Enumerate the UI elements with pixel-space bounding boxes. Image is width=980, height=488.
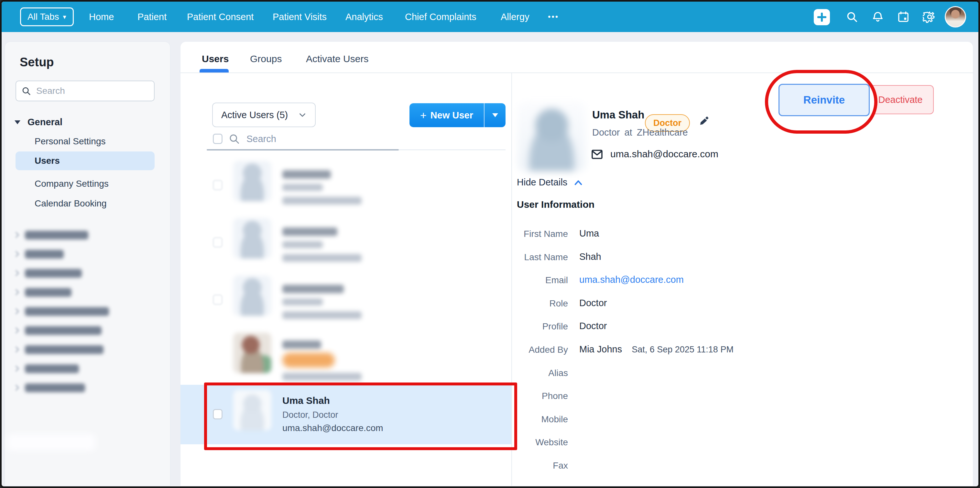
chevron-down-icon: ▾: [63, 13, 66, 21]
blurred-name: [282, 285, 344, 293]
sidebar-item-blurred[interactable]: [5, 344, 171, 357]
profile-subtitle: Doctor at ZHealthcare: [592, 127, 688, 138]
deactivate-button[interactable]: Deactivate: [867, 85, 934, 114]
blurred-region: [8, 434, 95, 451]
user-filter-dropdown[interactable]: Active Users (5): [212, 102, 316, 127]
blurred-role: [282, 241, 323, 248]
notifications-bell-icon[interactable]: [870, 2, 886, 32]
field-label: Added By: [430, 344, 568, 355]
setup-sidebar: Setup General Personal Settings Users Co…: [5, 41, 170, 486]
user-list-search-input[interactable]: [246, 133, 362, 145]
user-avatar[interactable]: [945, 6, 966, 27]
avatar: [233, 161, 271, 201]
nav-item-chief-complaints[interactable]: Chief Complaints: [405, 2, 476, 32]
blurred-role: [282, 184, 323, 191]
nav-item-patient[interactable]: Patient: [137, 2, 167, 32]
field-value: Uma: [579, 228, 599, 239]
sidebar-item-blurred[interactable]: [5, 268, 171, 281]
blurred-status-badge: [282, 353, 335, 368]
new-user-split-button: + New User: [409, 103, 506, 127]
sidebar-group-general[interactable]: General: [14, 117, 62, 128]
tab-groups[interactable]: Groups: [250, 53, 282, 64]
active-tab-indicator: [200, 69, 229, 72]
field-label: Last Name: [430, 252, 568, 262]
list-search-row: [213, 133, 362, 145]
field-value: uma.shah@doccare.com: [579, 274, 684, 285]
sidebar-item-blurred[interactable]: [5, 249, 171, 262]
avatar: [233, 333, 271, 373]
profile-name: Uma Shah: [592, 109, 644, 121]
sidebar-item-blurred[interactable]: [5, 364, 171, 377]
nav-item-analytics[interactable]: Analytics: [345, 2, 383, 32]
row-checkbox[interactable]: [213, 180, 223, 190]
blurred-name: [282, 170, 331, 179]
row-checkbox[interactable]: [213, 237, 223, 247]
chevron-expanded-icon: [14, 120, 21, 124]
users-settings-panel: Users Groups Activate Users Active Users…: [180, 41, 973, 486]
new-user-button[interactable]: + New User: [409, 103, 484, 127]
all-tabs-dropdown[interactable]: All Tabs ▾: [20, 8, 74, 26]
select-all-checkbox[interactable]: [213, 134, 223, 144]
row-checkbox[interactable]: [213, 295, 223, 305]
horizontal-scrollbar-track: [399, 150, 506, 150]
field-value: Doctor: [579, 298, 607, 308]
more-tabs-icon[interactable]: •••: [548, 2, 559, 32]
user-name: Uma Shah: [282, 395, 330, 406]
tab-activate-users[interactable]: Activate Users: [306, 53, 368, 64]
top-navigation-bar: All Tabs ▾ Home Patient Patient Consent …: [2, 2, 978, 32]
nav-item-patient-visits[interactable]: Patient Visits: [273, 2, 327, 32]
sidebar-item-users[interactable]: Users: [16, 152, 154, 170]
field-label: Fax: [430, 461, 568, 471]
edit-pencil-icon[interactable]: [697, 115, 711, 129]
horizontal-scrollbar-thumb[interactable]: [207, 149, 399, 150]
section-title-user-information: User Information: [517, 199, 595, 210]
quick-add-button[interactable]: [814, 9, 830, 25]
divider: [180, 72, 974, 73]
sidebar-search-box: [16, 81, 154, 101]
sidebar-item-company-settings[interactable]: Company Settings: [35, 179, 109, 189]
field-value: Shah: [579, 252, 601, 262]
sidebar-title: Setup: [20, 55, 54, 69]
tab-users[interactable]: Users: [202, 53, 229, 64]
all-tabs-label: All Tabs: [27, 12, 59, 22]
app-window: All Tabs ▾ Home Patient Patient Consent …: [0, 0, 980, 488]
profile-email: uma.shah@doccare.com: [610, 148, 718, 159]
field-label: Role: [430, 298, 568, 309]
hide-details-toggle[interactable]: Hide Details: [517, 177, 583, 188]
reinvite-button[interactable]: Reinvite: [778, 84, 870, 116]
search-icon[interactable]: [844, 2, 860, 32]
blurred-email: [282, 197, 361, 204]
nav-item-allergy[interactable]: Allergy: [501, 2, 530, 32]
search-icon: [228, 133, 240, 145]
blurred-email: [282, 254, 361, 262]
nav-item-home[interactable]: Home: [89, 2, 114, 32]
user-email: uma.shah@doccare.com: [282, 423, 383, 433]
avatar: [233, 218, 271, 258]
sidebar-item-blurred[interactable]: [5, 230, 171, 243]
field-label: Phone: [430, 391, 568, 401]
sidebar-item-blurred[interactable]: [5, 306, 171, 319]
plus-icon: +: [420, 109, 426, 122]
avatar: [233, 390, 271, 431]
sidebar-item-personal-settings[interactable]: Personal Settings: [35, 136, 105, 147]
sidebar-search-input[interactable]: [36, 85, 142, 96]
blurred-email: [282, 373, 361, 381]
profile-avatar: [518, 102, 586, 171]
row-checkbox[interactable]: [213, 409, 223, 419]
field-label: Alias: [430, 368, 568, 378]
user-list-row-blurred[interactable]: [180, 156, 511, 213]
blurred-email: [282, 311, 361, 319]
email-envelope-icon: [590, 148, 603, 161]
sidebar-item-blurred[interactable]: [5, 325, 171, 338]
chevron-down-icon: [492, 113, 498, 117]
email-link[interactable]: uma.shah@doccare.com: [579, 274, 684, 285]
calendar-icon[interactable]: [895, 2, 912, 32]
settings-gear-icon[interactable]: [921, 2, 938, 32]
new-user-dropdown-arrow[interactable]: [484, 103, 506, 127]
nav-item-patient-consent[interactable]: Patient Consent: [187, 2, 254, 32]
sidebar-item-calendar-booking[interactable]: Calendar Booking: [35, 198, 107, 209]
search-icon: [21, 86, 31, 96]
field-label: Website: [430, 437, 568, 448]
sidebar-item-blurred[interactable]: [5, 287, 171, 300]
sidebar-item-blurred[interactable]: [5, 383, 171, 396]
